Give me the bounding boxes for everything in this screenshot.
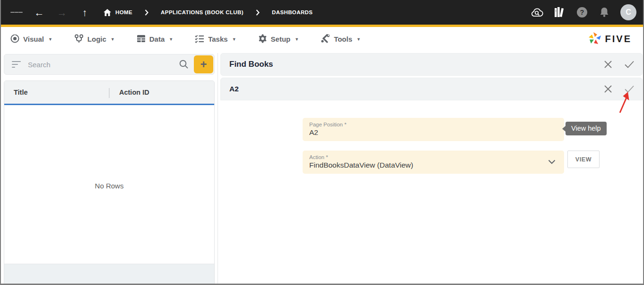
- library-books-icon[interactable]: [554, 6, 566, 18]
- breadcrumb-home[interactable]: HOME: [103, 8, 132, 17]
- five-brand-label: FIVE: [605, 34, 632, 45]
- right-panel: Find Books A2: [220, 53, 643, 284]
- menu-setup[interactable]: Setup ▼: [258, 34, 299, 45]
- menu-data[interactable]: Data ▼: [137, 34, 173, 45]
- subwindow-title: A2: [229, 85, 239, 93]
- help-icon[interactable]: ?: [576, 6, 588, 18]
- no-rows-message: No Rows: [95, 182, 124, 190]
- notifications-bell-icon[interactable]: [598, 6, 610, 18]
- action-select-field[interactable]: Action * FindBooksDataView (DataView): [303, 151, 564, 174]
- a2-subwindow-header: A2: [220, 78, 643, 100]
- breadcrumb-application-label: APPLICATIONS (BOOK CLUB): [161, 9, 244, 15]
- menu-logic[interactable]: Logic ▼: [74, 34, 115, 45]
- menu-tools-label: Tools: [334, 35, 352, 43]
- action-label: Action *: [309, 154, 548, 160]
- panel-divider: [218, 53, 218, 284]
- find-books-header: Find Books: [220, 53, 643, 76]
- breadcrumb-section-label: DASHBOARDS: [272, 9, 313, 15]
- menu-tools[interactable]: Tools ▼: [321, 34, 361, 45]
- logic-icon: [74, 34, 84, 45]
- tools-icon: [321, 34, 330, 45]
- breadcrumb-home-label: HOME: [115, 9, 132, 15]
- menu-setup-label: Setup: [271, 35, 291, 43]
- menu-tasks[interactable]: Tasks ▼: [195, 34, 236, 45]
- page-position-input[interactable]: [309, 127, 557, 137]
- menu-data-label: Data: [149, 35, 165, 43]
- close-icon[interactable]: [602, 83, 614, 95]
- save-check-icon[interactable]: [623, 83, 635, 95]
- a2-subwindow: A2 Page Position *: [220, 78, 643, 284]
- five-brand: FIVE: [588, 31, 636, 47]
- menu-logic-label: Logic: [87, 35, 106, 43]
- table-footer: [4, 264, 214, 284]
- view-help-tooltip: View help: [566, 122, 607, 135]
- add-button[interactable]: +: [194, 55, 213, 73]
- breadcrumb-application[interactable]: APPLICATIONS (BOOK CLUB): [161, 9, 244, 15]
- chevron-right-icon: [145, 9, 148, 16]
- five-logo-icon: [588, 31, 601, 47]
- view-button[interactable]: VIEW: [567, 151, 600, 168]
- page-position-label: Page Position *: [309, 122, 557, 127]
- action-form: Page Position * Action * FindBooksDataVi…: [220, 100, 643, 174]
- search-bar: +: [4, 54, 215, 75]
- caret-down-icon: ▼: [48, 37, 52, 42]
- up-icon[interactable]: ↑: [78, 6, 91, 18]
- page-title: Find Books: [229, 60, 273, 69]
- top-bar: ← → ↑ HOME APPLICATIONS (BOOK CLUB) DASH…: [1, 0, 643, 25]
- menu-tasks-label: Tasks: [208, 35, 227, 43]
- forward-icon[interactable]: →: [56, 6, 68, 18]
- setup-icon: [258, 34, 267, 45]
- avatar-initial: C: [626, 8, 631, 17]
- caret-down-icon: ▼: [111, 37, 115, 42]
- column-divider[interactable]: [109, 88, 110, 98]
- home-icon: [103, 8, 112, 17]
- page-position-field[interactable]: Page Position *: [303, 118, 564, 141]
- user-avatar[interactable]: C: [620, 4, 636, 20]
- caret-down-icon: ▼: [232, 37, 236, 42]
- back-icon[interactable]: ←: [33, 6, 45, 18]
- search-input[interactable]: [21, 61, 179, 69]
- breadcrumb: HOME APPLICATIONS (BOOK CLUB) DASHBOARDS: [103, 8, 313, 17]
- data-icon: [137, 34, 146, 45]
- column-header-action-id[interactable]: Action ID: [119, 89, 149, 96]
- tooltip-text: View help: [571, 125, 601, 132]
- menu-bar: Visual ▼ Logic ▼ Data ▼: [1, 27, 643, 51]
- caret-down-icon: ▼: [295, 37, 299, 42]
- action-select-value: FindBooksDataView (DataView): [309, 160, 548, 169]
- five-ide-window: ← → ↑ HOME APPLICATIONS (BOOK CLUB) DASH…: [0, 0, 644, 285]
- svg-text:?: ?: [580, 9, 584, 16]
- visual-icon: [10, 34, 19, 45]
- breadcrumb-section[interactable]: DASHBOARDS: [272, 9, 313, 15]
- menu-visual[interactable]: Visual ▼: [10, 34, 52, 45]
- tooltip-arrow: [562, 126, 566, 132]
- chevron-right-icon: [256, 9, 260, 16]
- caret-down-icon: ▼: [357, 37, 361, 42]
- close-icon[interactable]: [602, 58, 614, 71]
- tasks-icon: [195, 34, 204, 45]
- filter-icon[interactable]: [12, 61, 21, 68]
- table-body: No Rows: [4, 105, 214, 264]
- cloud-search-icon[interactable]: [531, 6, 544, 18]
- actions-table: Title Action ID No Rows: [4, 80, 215, 284]
- save-check-icon[interactable]: [623, 58, 635, 71]
- caret-down-icon: ▼: [169, 37, 173, 42]
- menu-visual-label: Visual: [23, 35, 44, 43]
- search-icon[interactable]: [179, 59, 189, 70]
- column-header-title[interactable]: Title: [14, 89, 28, 96]
- left-panel: + Title Action ID No Rows: [4, 53, 215, 284]
- table-header: Title Action ID: [4, 81, 214, 105]
- menu-hamburger-icon[interactable]: [10, 6, 23, 18]
- content-area: + Title Action ID No Rows Find Books: [1, 51, 643, 284]
- a2-subwindow-body: Page Position * Action * FindBooksDataVi…: [220, 100, 643, 284]
- chevron-down-icon[interactable]: [548, 160, 556, 164]
